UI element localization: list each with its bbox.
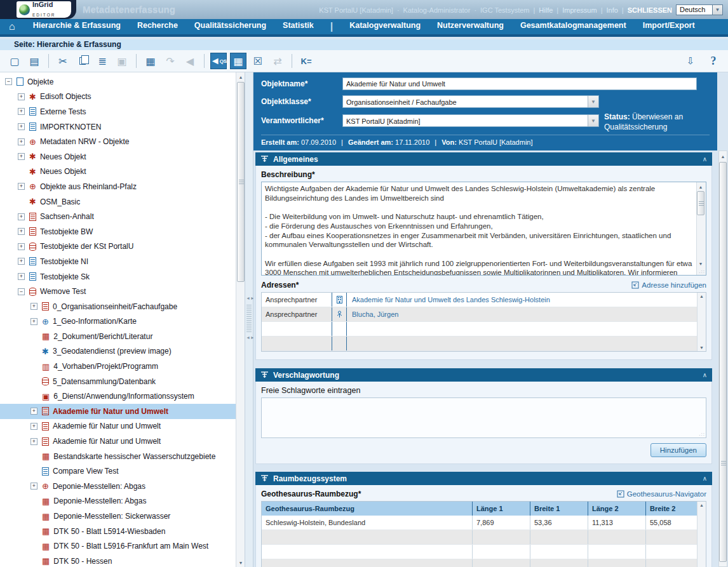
language-select[interactable]: Deutsch ▼ <box>676 4 723 15</box>
form-scroll-up-icon[interactable]: ▲ <box>719 152 727 160</box>
tree-item-2[interactable]: +Externe Tests <box>0 104 236 119</box>
expand-icon[interactable]: + <box>30 303 37 310</box>
tree-item-0[interactable]: −Objekte <box>0 74 236 90</box>
verantwortlicher-select[interactable]: KST PortalU [Katadmin] ▼ <box>342 114 599 127</box>
language-value[interactable]: Deutsch <box>676 4 713 15</box>
tree-item-20[interactable]: 5_Datensammlung/Datenbank <box>0 374 236 389</box>
home-icon[interactable]: ⌂ <box>9 21 15 32</box>
tree-item-25[interactable]: ▦Bestandskarte hessischer Wasserschutzge… <box>0 449 236 464</box>
copy-button[interactable] <box>74 53 91 69</box>
objektklasse-select[interactable]: Organisationseinheit / Fachaufgabe ▼ <box>342 95 599 108</box>
expand-icon[interactable]: + <box>30 438 37 445</box>
comma-settings-button[interactable]: K= <box>298 53 314 69</box>
address-link[interactable]: Blucha, Jürgen <box>347 310 706 318</box>
expand-icon[interactable]: + <box>30 423 37 430</box>
tree-scroll-up-icon[interactable]: ▲ <box>237 73 245 81</box>
expand-icon[interactable]: + <box>18 93 25 100</box>
collapse-icon[interactable]: − <box>18 288 25 295</box>
expand-icon[interactable]: + <box>18 183 25 190</box>
expand-icon[interactable]: + <box>18 243 25 250</box>
tree-item-27[interactable]: +⊕Deponie-Messtellen: Abgas <box>0 479 236 494</box>
tree-item-6[interactable]: ✱Neues Objekt <box>0 164 236 180</box>
scroll-down-icon[interactable]: ▼ <box>697 260 704 267</box>
expand-icon[interactable]: + <box>30 318 37 325</box>
collapse-chevron-icon[interactable]: ∧ <box>703 475 707 482</box>
scroll-up-icon[interactable]: ▲ <box>699 294 704 298</box>
tree-item-14[interactable]: −Wemove Test <box>0 284 236 299</box>
geo-row-3[interactable] <box>262 559 706 567</box>
expand-icon[interactable]: + <box>18 273 25 280</box>
tree-item-3[interactable]: +IMPORTKNOTEN <box>0 119 236 135</box>
collapse-icon[interactable]: − <box>5 78 12 85</box>
tree-item-23[interactable]: +Akademie für Natur und Umwelt <box>0 419 236 434</box>
expand-icon[interactable]: + <box>18 153 25 160</box>
expand-all-button[interactable]: ⇩ <box>682 53 699 69</box>
resize-grip-icon[interactable]: .:: <box>699 431 705 437</box>
tree-item-16[interactable]: +⊕1_Geo-Information/Karte <box>0 314 236 330</box>
hinzufuegen-button[interactable]: Hinzufügen <box>650 443 706 457</box>
paste-tree-button[interactable]: ≣ <box>94 53 111 69</box>
schlagworte-textarea[interactable] <box>261 397 706 438</box>
splitter-grip[interactable] <box>246 305 252 333</box>
section-header-allgemeines[interactable]: Allgemeines ∧ <box>255 152 712 166</box>
help-link[interactable]: Hilfe <box>539 6 553 14</box>
tree-item-5[interactable]: +✱Neues Objekt <box>0 149 236 164</box>
tree-item-24[interactable]: +Akademie für Natur und Umwelt <box>0 434 236 449</box>
tree-item-4[interactable]: +⊕Metadaten NRW - Objekte <box>0 134 236 149</box>
address-row-2[interactable] <box>262 322 706 337</box>
add-address-link[interactable]: Adresse hinzufügen <box>631 281 706 289</box>
cut-button[interactable]: ✂ <box>55 53 71 69</box>
nav-item-5[interactable]: Katalogverwaltung <box>349 21 421 32</box>
beschreibung-textarea[interactable]: Wichtigste Aufgaben der Akademie für Nat… <box>261 182 706 276</box>
tree-item-10[interactable]: +Testobjekte BW <box>0 224 236 239</box>
publish-button[interactable]: ▦ <box>230 53 246 69</box>
tree-item-19[interactable]: ▥4_Vorhaben/Projekt/Programm <box>0 359 236 374</box>
nav-item-1[interactable]: Recherche <box>137 21 178 32</box>
nav-item-0[interactable]: Hierarchie & Erfassung <box>33 21 121 32</box>
address-row-0[interactable]: AnsprechpartnerAkademie für Natur und Um… <box>262 293 706 307</box>
tree-item-30[interactable]: ▦DTK 50 - Blatt L5914-Wiesbaden <box>0 524 236 539</box>
expand-icon[interactable]: + <box>30 483 37 490</box>
tree-item-7[interactable]: +⊕Objekte aus Rheinland-Pfalz <box>0 179 236 194</box>
nav-item-6[interactable]: Nutzerverwaltung <box>437 21 504 32</box>
impressum-link[interactable]: Impressum <box>562 6 597 14</box>
collapse-chevron-icon[interactable]: ∧ <box>703 371 707 378</box>
geo-row-0[interactable]: Schleswig-Holstein, Bundesland7,86953,36… <box>262 516 706 530</box>
tree-item-28[interactable]: ▦Deponie-Messtellen: Abgas <box>0 494 236 509</box>
scroll-up-icon[interactable]: ▲ <box>697 183 704 190</box>
expand-icon[interactable]: + <box>18 213 25 220</box>
help-button[interactable]: ? <box>705 53 722 69</box>
expand-icon[interactable]: + <box>18 228 25 235</box>
scroll-up-icon[interactable]: ▲ <box>699 503 704 507</box>
section-header-raumbezug[interactable]: Raumbezugssystem ∧ <box>255 472 712 485</box>
nav-item-3[interactable]: Statistik <box>283 21 314 32</box>
tree-item-31[interactable]: ▦DTK 50 - Blatt L5916-Frankfurt am Main … <box>0 538 236 554</box>
expand-icon[interactable]: + <box>18 258 25 265</box>
address-row-3[interactable] <box>262 337 706 351</box>
resize-grip-icon[interactable]: .:: <box>699 269 705 274</box>
tree-item-13[interactable]: +Testobjekte Sk <box>0 269 236 284</box>
panel-splitter[interactable]: ◄► ◄► <box>245 72 253 567</box>
expand-icon[interactable]: + <box>18 138 25 145</box>
tree-scroll-thumb[interactable] <box>237 82 245 282</box>
form-scrollbar[interactable]: ▲ <box>717 72 728 567</box>
tree-scrollbar[interactable]: ▲ ▼ <box>236 72 245 567</box>
info-link[interactable]: Info <box>606 6 617 14</box>
geothesaurus-navigator-link[interactable]: Geothesaurus-Navigator <box>617 490 706 498</box>
objektname-input[interactable] <box>342 77 697 90</box>
nav-item-7[interactable]: Gesamtkatalogmanagement <box>520 21 626 32</box>
scroll-thumb[interactable] <box>697 191 704 215</box>
new-object-button[interactable]: ▢ <box>6 53 23 69</box>
tree-item-18[interactable]: ✱3_Geodatendienst (preview image) <box>0 344 236 359</box>
section-header-verschlagwortung[interactable]: Verschlagwortung ∧ <box>255 368 712 382</box>
tree-item-32[interactable]: ▦DTK 50 - Hessen <box>0 554 236 567</box>
objektklasse-dropdown-arrow-icon[interactable]: ▼ <box>588 96 598 107</box>
tree-item-12[interactable]: +Testobjekte NI <box>0 254 236 269</box>
tree-item-17[interactable]: ▦2_Dokument/Bericht/Literatur <box>0 329 236 344</box>
tree-item-15[interactable]: +0_Organisationseinheit/Fachaufgabe <box>0 299 236 314</box>
save-button[interactable]: ▦ <box>142 53 159 69</box>
nav-item-2[interactable]: Qualitätssicherung <box>194 21 266 32</box>
geo-table-scrollbar[interactable]: ▲▼ <box>697 502 706 567</box>
tree-item-1[interactable]: +✱Edisoft Objects <box>0 90 236 105</box>
beschreibung-scrollbar[interactable]: ▲ ▼ <box>696 182 706 275</box>
